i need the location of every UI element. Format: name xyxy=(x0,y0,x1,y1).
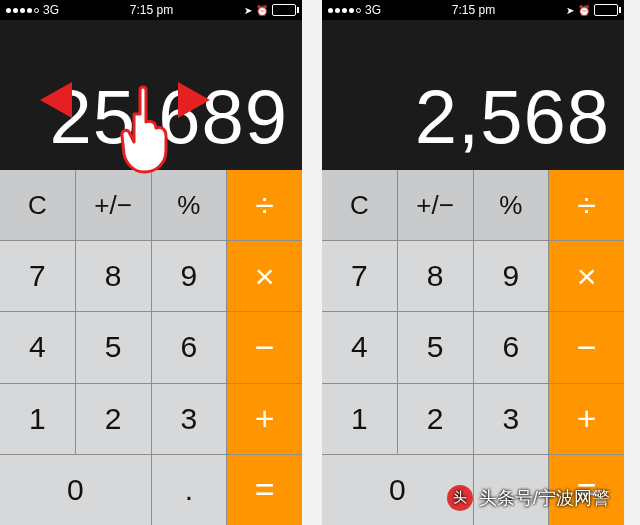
percent-button[interactable]: % xyxy=(474,170,549,240)
phone-before: 3G 7:15 pm ➤ ⏰ 25,689 C +/− % ÷ 7 8 9 × … xyxy=(0,0,302,525)
digit-3-button[interactable]: 3 xyxy=(152,384,227,454)
location-icon: ➤ xyxy=(566,5,574,16)
battery-icon xyxy=(272,4,296,16)
digit-9-button[interactable]: 9 xyxy=(474,241,549,311)
carrier-label: 3G xyxy=(43,3,59,17)
status-bar: 3G 7:15 pm ➤ ⏰ xyxy=(322,0,624,20)
clear-button[interactable]: C xyxy=(0,170,75,240)
location-icon: ➤ xyxy=(244,5,252,16)
digit-1-button[interactable]: 1 xyxy=(0,384,75,454)
digit-0-button[interactable]: 0 xyxy=(0,455,151,525)
multiply-button[interactable]: × xyxy=(549,241,624,311)
multiply-button[interactable]: × xyxy=(227,241,302,311)
plus-button[interactable]: + xyxy=(549,384,624,454)
phone-after: 3G 7:15 pm ➤ ⏰ 2,568 C +/− % ÷ 7 8 9 × 4… xyxy=(322,0,624,525)
display-value: 25,689 xyxy=(50,73,288,160)
digit-2-button[interactable]: 2 xyxy=(398,384,473,454)
clock: 7:15 pm xyxy=(452,3,495,17)
divide-button[interactable]: ÷ xyxy=(227,170,302,240)
signal-dots-icon xyxy=(6,8,39,13)
equals-button[interactable]: = xyxy=(227,455,302,525)
digit-2-button[interactable]: 2 xyxy=(76,384,151,454)
digit-6-button[interactable]: 6 xyxy=(152,312,227,382)
digit-4-button[interactable]: 4 xyxy=(0,312,75,382)
carrier-label: 3G xyxy=(365,3,381,17)
digit-9-button[interactable]: 9 xyxy=(152,241,227,311)
digit-7-button[interactable]: 7 xyxy=(0,241,75,311)
digit-7-button[interactable]: 7 xyxy=(322,241,397,311)
minus-button[interactable]: − xyxy=(227,312,302,382)
digit-3-button[interactable]: 3 xyxy=(474,384,549,454)
keypad: C +/− % ÷ 7 8 9 × 4 5 6 − 1 2 3 + 0 . = xyxy=(322,170,624,525)
digit-5-button[interactable]: 5 xyxy=(76,312,151,382)
alarm-icon: ⏰ xyxy=(578,5,590,16)
clear-button[interactable]: C xyxy=(322,170,397,240)
minus-button[interactable]: − xyxy=(549,312,624,382)
divide-button[interactable]: ÷ xyxy=(549,170,624,240)
sign-button[interactable]: +/− xyxy=(76,170,151,240)
percent-button[interactable]: % xyxy=(152,170,227,240)
keypad: C +/− % ÷ 7 8 9 × 4 5 6 − 1 2 3 + 0 . = xyxy=(0,170,302,525)
digit-5-button[interactable]: 5 xyxy=(398,312,473,382)
sign-button[interactable]: +/− xyxy=(398,170,473,240)
equals-button[interactable]: = xyxy=(549,455,624,525)
decimal-button[interactable]: . xyxy=(474,455,549,525)
digit-1-button[interactable]: 1 xyxy=(322,384,397,454)
digit-0-button[interactable]: 0 xyxy=(322,455,473,525)
decimal-button[interactable]: . xyxy=(152,455,227,525)
plus-button[interactable]: + xyxy=(227,384,302,454)
digit-8-button[interactable]: 8 xyxy=(398,241,473,311)
clock: 7:15 pm xyxy=(130,3,173,17)
digit-4-button[interactable]: 4 xyxy=(322,312,397,382)
status-bar: 3G 7:15 pm ➤ ⏰ xyxy=(0,0,302,20)
digit-8-button[interactable]: 8 xyxy=(76,241,151,311)
alarm-icon: ⏰ xyxy=(256,5,268,16)
digit-6-button[interactable]: 6 xyxy=(474,312,549,382)
signal-dots-icon xyxy=(328,8,361,13)
calc-display[interactable]: 25,689 xyxy=(0,20,302,170)
display-value: 2,568 xyxy=(415,73,610,160)
calc-display[interactable]: 2,568 xyxy=(322,20,624,170)
battery-icon xyxy=(594,4,618,16)
